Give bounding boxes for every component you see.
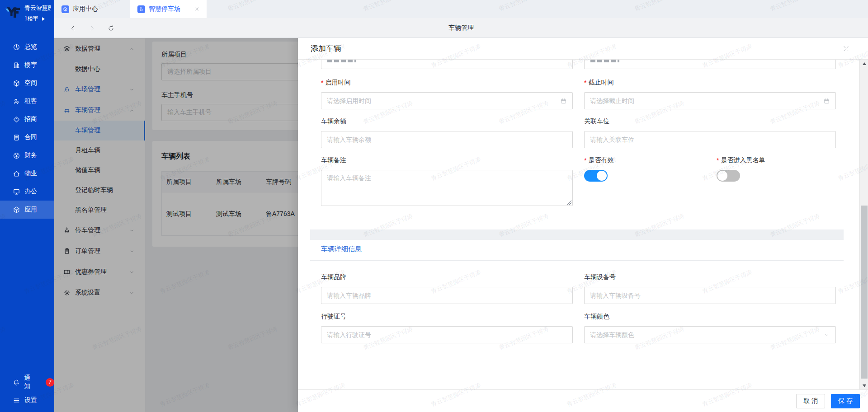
hamburger-icon xyxy=(13,397,20,404)
start-time-label: 启用时间 xyxy=(321,79,573,87)
brand-label: 车辆品牌 xyxy=(321,273,573,281)
scroll-down-icon[interactable] xyxy=(860,382,868,389)
sidebar-item-apps[interactable]: 应用 xyxy=(0,201,54,219)
navigation-bar: 车辆管理 xyxy=(54,18,868,38)
remark-textarea[interactable] xyxy=(327,174,567,201)
section-gap xyxy=(310,229,844,240)
bell-icon xyxy=(13,379,20,386)
blacklist-toggle[interactable] xyxy=(717,170,740,182)
start-time-input[interactable] xyxy=(327,97,560,104)
brand-logo-icon xyxy=(5,4,23,21)
balance-field[interactable] xyxy=(321,131,573,148)
building-selector-label: 1楼宇 xyxy=(24,15,38,23)
vehicle-detail-section-title: 车辆详细信息 xyxy=(321,245,836,253)
is-valid-toggle[interactable] xyxy=(584,170,608,182)
drawer-title: 添加车辆 xyxy=(311,43,341,54)
linked-space-label: 关联车位 xyxy=(584,117,836,126)
document-icon xyxy=(13,134,20,141)
scrollbar-thumb[interactable] xyxy=(861,206,868,379)
sidebar-item-building[interactable]: 楼宇 xyxy=(0,56,54,74)
end-time-input[interactable] xyxy=(590,97,823,104)
remark-label: 车辆备注 xyxy=(321,156,573,164)
tab-close-icon[interactable] xyxy=(194,6,199,12)
device-number-label: 车辆设备号 xyxy=(584,273,836,281)
logo: 青云智慧园 1楼宇 xyxy=(0,0,54,28)
tab-bar: 应用中心 智慧停车场 xyxy=(54,0,868,18)
close-icon[interactable] xyxy=(842,45,850,52)
drawer-scrollbar xyxy=(859,60,868,389)
sidebar-item-finance[interactable]: 财务 xyxy=(0,146,54,164)
license-number-field[interactable] xyxy=(321,326,573,343)
end-time-label: 截止时间 xyxy=(584,79,836,87)
device-number-field[interactable] xyxy=(584,287,836,304)
is-valid-label: 是否有效 xyxy=(584,156,717,164)
drawer-body: 启用时间 截止时间 xyxy=(298,60,859,389)
app-root: 青云智慧园 1楼宇 总览 楼宇 空间 租客 招商 合同 财务 物业 办公 应用 … xyxy=(0,0,868,412)
scroll-up-icon[interactable] xyxy=(860,60,868,67)
linked-space-input[interactable] xyxy=(590,136,830,143)
cancel-button[interactable]: 取 消 xyxy=(796,394,825,408)
sidebar-item-notifications[interactable]: 通知7 xyxy=(0,373,54,391)
save-button[interactable]: 保 存 xyxy=(831,394,860,408)
drawer-header: 添加车辆 xyxy=(298,38,868,60)
sidebar-item-settings[interactable]: 设置 xyxy=(0,391,54,409)
app-cube-icon xyxy=(13,206,20,214)
building-selector-arrow-icon[interactable] xyxy=(42,17,45,21)
clipped-form-row xyxy=(321,60,836,69)
sidebar-item-tenant[interactable]: 租客 xyxy=(0,92,54,110)
license-number-input[interactable] xyxy=(327,331,567,338)
linked-space-field[interactable] xyxy=(584,131,836,148)
yen-icon xyxy=(13,152,20,159)
sidebar-item-office[interactable]: 办公 xyxy=(0,183,54,201)
blacklist-label: 是否进入黑名单 xyxy=(717,156,836,164)
cube-icon xyxy=(13,80,20,87)
sidebar-item-overview[interactable]: 总览 xyxy=(0,38,54,56)
sidebar-item-space[interactable]: 空间 xyxy=(0,74,54,92)
start-time-picker[interactable] xyxy=(321,92,573,109)
device-number-input[interactable] xyxy=(590,292,830,299)
vehicle-color-label: 车辆颜色 xyxy=(584,313,836,321)
sidebar-item-contract[interactable]: 合同 xyxy=(0,128,54,146)
users-icon xyxy=(13,98,20,105)
app-center-icon xyxy=(61,5,69,13)
balance-label: 车辆余额 xyxy=(321,117,573,126)
tag-icon xyxy=(13,116,20,123)
tab-app-center[interactable]: 应用中心 xyxy=(54,0,130,18)
primary-sidebar: 青云智慧园 1楼宇 总览 楼宇 空间 租客 招商 合同 财务 物业 办公 应用 … xyxy=(0,0,54,412)
brand-title: 青云智慧园 xyxy=(24,4,51,12)
clipped-field-left[interactable] xyxy=(321,60,573,69)
home-icon xyxy=(13,170,20,178)
end-time-picker[interactable] xyxy=(584,92,836,109)
remark-field[interactable] xyxy=(321,170,573,206)
vehicle-color-select[interactable] xyxy=(584,326,836,343)
calendar-icon xyxy=(560,98,567,104)
brand-input[interactable] xyxy=(327,292,567,299)
page-title: 车辆管理 xyxy=(54,18,868,38)
vehicle-color-input[interactable] xyxy=(590,331,823,338)
pie-icon xyxy=(13,43,20,51)
calendar-icon xyxy=(823,98,830,104)
monitor-icon xyxy=(13,188,20,196)
smart-parking-icon xyxy=(137,5,145,13)
select-chevron-down-icon xyxy=(823,332,830,338)
clipped-field-right[interactable] xyxy=(584,60,836,69)
add-vehicle-drawer: 添加车辆 启用时间 截止时间 xyxy=(298,38,868,412)
license-number-label: 行驶证号 xyxy=(321,313,573,321)
balance-input[interactable] xyxy=(327,136,567,143)
building-icon xyxy=(13,61,20,69)
section-divider xyxy=(310,260,844,261)
sidebar-item-property[interactable]: 物业 xyxy=(0,164,54,183)
notification-badge: 7 xyxy=(46,378,54,387)
sidebar-item-investment[interactable]: 招商 xyxy=(0,110,54,128)
drawer-footer: 取 消 保 存 xyxy=(298,389,868,412)
tab-smart-parking[interactable]: 智慧停车场 xyxy=(130,0,207,18)
brand-field[interactable] xyxy=(321,287,573,304)
resize-grip-icon[interactable] xyxy=(567,200,571,205)
